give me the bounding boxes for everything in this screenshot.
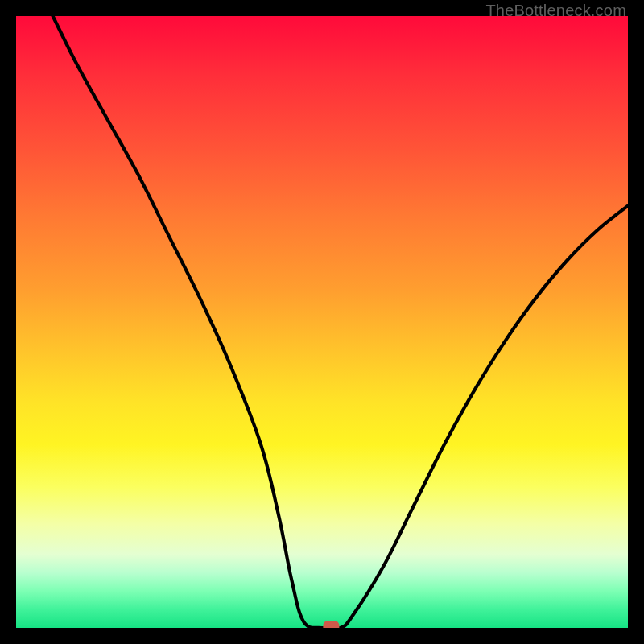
watermark-text: TheBottleneck.com — [485, 2, 626, 20]
minimum-marker — [323, 621, 339, 628]
curve-path — [53, 16, 628, 628]
chart-frame: TheBottleneck.com — [0, 0, 644, 644]
curve-layer — [16, 16, 628, 628]
plot-area — [16, 16, 628, 628]
bottleneck-curve — [53, 16, 628, 628]
